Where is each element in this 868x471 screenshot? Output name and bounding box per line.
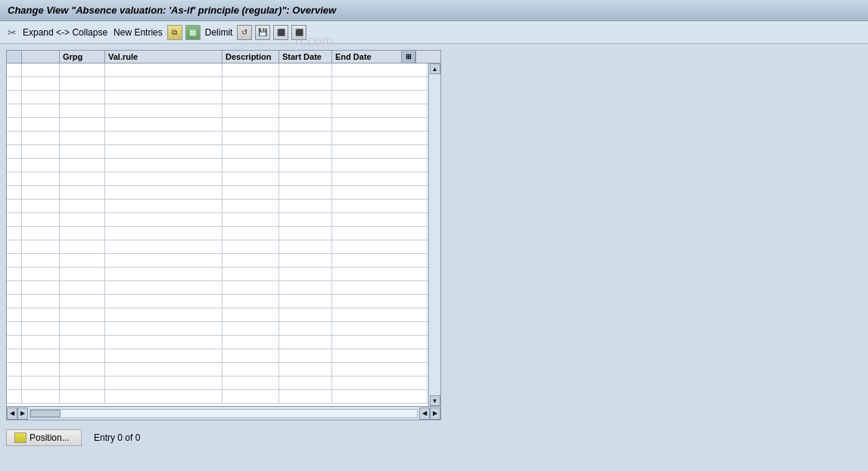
h-scroll-right-right-arrow[interactable]: ▶	[430, 407, 440, 420]
table-row[interactable]	[7, 145, 428, 159]
table-rows-area	[7, 64, 428, 406]
col-header-valrule: Grpg	[60, 51, 105, 63]
table-row[interactable]	[7, 390, 428, 404]
bottom-status-bar: Position... Entry 0 of 0	[6, 429, 140, 446]
table-header: Grpg Val.rule Description Start Date End…	[7, 51, 440, 64]
col-header-checkbox	[7, 51, 22, 63]
expand-collapse-button[interactable]: Expand <-> Collapse	[21, 26, 109, 39]
table-row[interactable]	[7, 295, 428, 308]
table-row[interactable]	[7, 336, 428, 349]
expand-collapse-label: Expand <-> Collapse	[23, 27, 107, 38]
table-row[interactable]	[7, 91, 428, 104]
table-row[interactable]	[7, 240, 428, 254]
position-label: Position...	[30, 432, 70, 443]
col-header-description: Val.rule	[105, 51, 222, 63]
h-scroll-track[interactable]	[30, 409, 418, 418]
export-icon[interactable]: ⬛	[273, 25, 288, 40]
table-row[interactable]	[7, 308, 428, 322]
table-row[interactable]	[7, 376, 428, 390]
save-icon[interactable]: 💾	[255, 25, 270, 40]
new-entries-button[interactable]: New Entries	[112, 26, 164, 39]
table-row[interactable]	[7, 186, 428, 200]
vertical-scrollbar[interactable]: ▲ ▼	[428, 64, 440, 406]
print-icon[interactable]: ⬛	[291, 25, 306, 40]
scroll-up-arrow[interactable]: ▲	[430, 64, 440, 74]
col-header-timewtype: End Date ⊞	[332, 51, 415, 63]
table-row[interactable]	[7, 349, 428, 363]
delimit-label: Delimit	[205, 27, 233, 38]
table-row[interactable]	[7, 118, 428, 132]
col-header-startdate: Description	[222, 51, 279, 63]
table-row[interactable]	[7, 77, 428, 91]
position-icon	[14, 432, 26, 443]
entry-count-label: Entry 0 of 0	[94, 432, 140, 443]
new-entries-label: New Entries	[114, 27, 163, 38]
col-header-enddate: Start Date	[279, 51, 332, 63]
table-row[interactable]	[7, 363, 428, 376]
table-row[interactable]	[7, 322, 428, 336]
copy-icon[interactable]: ⧉	[167, 25, 182, 40]
table-row[interactable]	[7, 172, 428, 186]
header-scrollbar-placeholder	[415, 51, 428, 63]
scissors-icon[interactable]: ✂	[6, 26, 18, 39]
h-scroll-left-arrow[interactable]: ◀	[7, 407, 17, 420]
table-row[interactable]	[7, 254, 428, 268]
h-scroll-right-left-arrow[interactable]: ◀	[419, 407, 430, 420]
table-row[interactable]	[7, 268, 428, 281]
table-row[interactable]	[7, 213, 428, 227]
title-bar: Change View "Absence valuation: 'As-if' …	[0, 0, 868, 21]
scroll-down-arrow[interactable]: ▼	[430, 395, 440, 406]
h-scroll-thumb[interactable]	[30, 410, 61, 417]
delimit-button[interactable]: Delimit	[204, 26, 235, 39]
table-row[interactable]	[7, 200, 428, 213]
bottom-scrollbar-bar: ◀ ▶ ◀ ▶	[7, 406, 440, 420]
scroll-track	[430, 74, 440, 395]
table-row[interactable]	[7, 281, 428, 295]
undo-icon[interactable]: ↺	[237, 25, 252, 40]
table-body: ▲ ▼	[7, 64, 440, 406]
table-container: Grpg Val.rule Description Start Date End…	[6, 50, 441, 420]
table-row[interactable]	[7, 159, 428, 172]
toolbar: ✂ Expand <-> Collapse New Entries ⧉ ▦ De…	[0, 21, 868, 44]
h-scroll-right-arrow[interactable]: ▶	[17, 407, 28, 420]
col-header-grpg	[22, 51, 60, 63]
main-area: Grpg Val.rule Description Start Date End…	[0, 44, 868, 469]
column-settings-button[interactable]: ⊞	[401, 51, 415, 63]
table-row[interactable]	[7, 104, 428, 118]
title-text: Change View "Absence valuation: 'As-if' …	[8, 5, 336, 16]
table-row[interactable]	[7, 64, 428, 77]
table-row[interactable]	[7, 227, 428, 240]
position-button[interactable]: Position...	[6, 429, 82, 446]
table-row[interactable]	[7, 132, 428, 145]
paste-icon[interactable]: ▦	[185, 25, 201, 40]
